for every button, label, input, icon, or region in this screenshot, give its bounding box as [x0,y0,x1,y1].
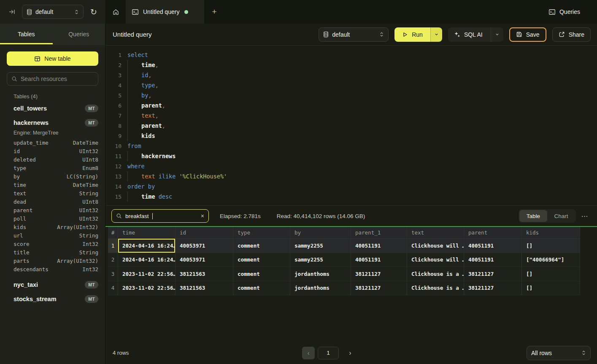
column-header[interactable]: time [118,227,176,238]
column-header[interactable]: parent [464,227,522,238]
code-text: type, [127,82,159,89]
code-line[interactable]: 12where [111,161,597,171]
code-line[interactable]: 1select [111,50,597,60]
code-line[interactable]: 4type, [111,80,597,90]
table-cell[interactable]: 38121127 [464,267,522,281]
code-line[interactable]: 3id, [111,70,597,80]
column-header[interactable]: parent_1 [351,227,407,238]
column-header[interactable]: type [233,227,290,238]
new-tab-button[interactable]: + [204,0,224,24]
table-cell[interactable]: 40053971 [176,253,233,267]
table-cell[interactable]: 38121563 [176,267,233,281]
table-cell[interactable]: [] [522,281,580,295]
table-body: 12024-04-16 16:24…40053971commentsammy22… [108,239,580,295]
sql-ai-button[interactable]: SQL AI [448,27,503,42]
table-cell[interactable]: 38121563 [176,281,233,295]
query-database-selector[interactable]: default [319,27,389,42]
table-cell[interactable]: 38121127 [464,281,522,295]
page-size-selector[interactable]: All rows [527,346,591,360]
sidebar-search-input[interactable]: Search resources [7,72,98,86]
share-button[interactable]: Share [552,27,591,42]
code-line[interactable]: 8parent, [111,121,597,131]
sidebar-table-item[interactable]: stocks_streamMT [0,292,105,306]
refresh-button[interactable]: ↻ [88,6,100,18]
sidebar-database-selector[interactable]: default [22,5,84,19]
save-button[interactable]: Save [509,27,546,42]
sidebar-tab-tables[interactable]: Tables [0,24,53,44]
column-header[interactable]: id [176,227,233,238]
table-cell[interactable]: sammy2255 [290,239,351,253]
table-cell[interactable]: sammy2255 [290,253,351,267]
table-cell[interactable]: comment [233,267,290,281]
code-line[interactable]: 2time, [111,60,597,70]
clear-search-button[interactable]: × [201,213,204,219]
table-cell[interactable]: Clickhouse will … [407,239,464,253]
table-cell[interactable]: Clickhouse is a … [407,267,464,281]
code-line[interactable]: 13text ilike '%ClickHouse%' [111,171,597,181]
table-cell[interactable]: 40051191 [351,239,407,253]
table-cell[interactable]: jordanthoms [290,281,351,295]
sidebar-tab-queries[interactable]: Queries [53,24,105,44]
table-cell[interactable]: Clickhouse will … [407,253,464,267]
query-database-value: default [332,31,376,38]
new-table-button[interactable]: New table [7,51,98,66]
table-cell[interactable]: 40051191 [464,239,522,253]
table-cell[interactable]: 38121127 [351,281,407,295]
code-line[interactable]: 9kids [111,131,597,141]
sidebar-table-item[interactable]: nyc_taxiMT [0,278,105,292]
table-cell[interactable]: ["40066964"] [522,253,580,267]
row-number-cell[interactable]: 1 [108,239,118,253]
collapse-sidebar-button[interactable] [6,6,18,18]
row-number-cell[interactable]: 3 [108,267,118,281]
table-cell[interactable]: 40053971 [176,239,233,253]
table-cell[interactable]: 40051191 [351,253,407,267]
table-cell[interactable]: Clickhouse is a … [407,281,464,295]
run-button[interactable]: Run [394,27,430,42]
tab-untitled-query[interactable]: Untitled query [126,0,204,24]
table-cell[interactable]: comment [233,281,290,295]
current-page-input[interactable]: 1 [318,347,339,359]
table-cell[interactable]: 2023-11-02 22:56… [118,281,176,295]
code-line[interactable]: 5by, [111,90,597,100]
column-header[interactable]: kids [522,227,580,238]
table-cell[interactable]: [] [522,239,580,253]
column-header[interactable]: text [407,227,464,238]
table-cell[interactable]: 2024-04-16 16:24… [118,253,176,267]
table-cell[interactable]: 2023-11-02 22:56… [118,267,176,281]
view-toggle-table[interactable]: Table [519,210,547,222]
code-line[interactable]: 15time desc [111,191,597,202]
table-cell[interactable]: jordanthoms [290,267,351,281]
table-cell[interactable]: 38121127 [351,267,407,281]
elapsed-stat: Elapsed: 2.781s [220,213,261,219]
sql-ai-options-button[interactable] [491,27,503,42]
table-cell[interactable]: 2024-04-16 16:24… [118,239,176,253]
view-toggle-chart[interactable]: Chart [547,210,575,222]
table-cell[interactable]: comment [233,253,290,267]
code-line[interactable]: 10from [111,141,597,151]
code-text: hackernews [127,153,176,159]
column-header[interactable]: by [290,227,351,238]
sidebar-table-item[interactable]: cell_towersMT [0,101,105,116]
run-options-button[interactable] [430,27,442,42]
sql-editor[interactable]: 1select2time,3id,4type,5by,6parent,7text… [105,46,597,205]
table-row: 42023-11-02 22:56…38121563commentjordant… [108,281,580,296]
results-search-input[interactable]: breakfast × [111,209,209,223]
table-cell[interactable]: 40051191 [464,253,522,267]
prev-page-button[interactable]: ‹ [302,347,315,359]
column-header[interactable]: # [108,227,118,238]
table-cell[interactable]: [] [522,267,580,281]
code-line[interactable]: 14order by [111,181,597,191]
next-page-button[interactable]: › [345,347,356,359]
table-cell[interactable]: comment [233,239,290,253]
home-tab[interactable] [105,0,126,24]
queries-button[interactable]: Queries [548,0,580,24]
sidebar-table-item[interactable]: hackernewsMT [0,116,105,130]
chevron-updown-icon [581,350,586,356]
code-text: time desc [127,193,172,200]
code-line[interactable]: 7text, [111,111,597,121]
more-options-button[interactable]: ⋯ [579,212,590,220]
code-line[interactable]: 6parent, [111,100,597,111]
row-number-cell[interactable]: 2 [108,253,118,267]
row-number-cell[interactable]: 4 [108,281,118,295]
code-line[interactable]: 11hackernews [111,151,597,161]
